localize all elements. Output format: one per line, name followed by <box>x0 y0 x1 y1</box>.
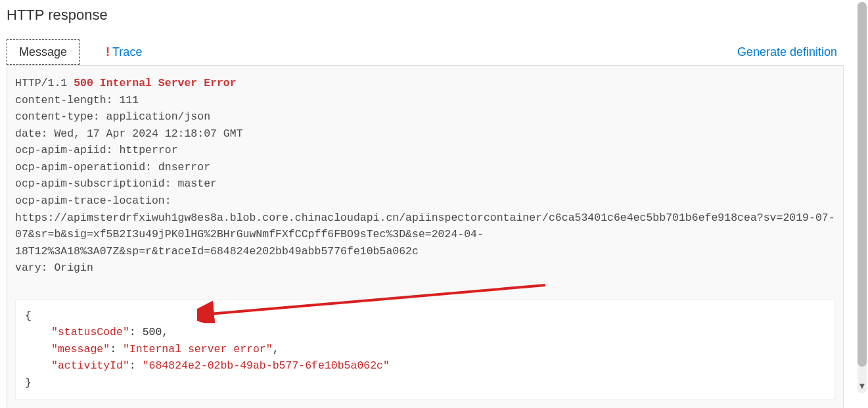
scrollbar-thumb[interactable] <box>857 2 867 367</box>
json-key-activityid: "activityId" <box>51 359 129 372</box>
tab-message-label: Message <box>19 45 67 58</box>
generate-definition-label: Generate definition <box>737 45 837 58</box>
scrollbar-down-arrow[interactable]: ▼ <box>856 380 868 390</box>
json-key-message: "message" <box>51 343 110 355</box>
json-val-statuscode: 500 <box>143 326 162 338</box>
json-val-activityid: "684824e2-02bb-49ab-b577-6fe10b5a062c" <box>143 359 390 372</box>
tabs-left: Message ! Trace <box>7 39 154 65</box>
http-status: 500 Internal Server Error <box>74 77 237 89</box>
http-status-line: HTTP/1.1 500 Internal Server Error <box>15 75 835 92</box>
header-date: date: Wed, 17 Apr 2024 12:18:07 GMT <box>15 125 835 143</box>
header-content-length: content-length: 111 <box>15 92 835 109</box>
http-protocol: HTTP/1.1 <box>15 77 74 89</box>
tab-trace[interactable]: ! Trace <box>94 40 154 64</box>
json-key-statuscode: "statusCode" <box>51 326 129 338</box>
http-response-panel: HTTP response Message ! Trace Generate d… <box>0 0 852 408</box>
header-content-type: content-type: application/json <box>15 108 835 125</box>
json-open-brace: { <box>25 309 32 322</box>
panel-title: HTTP response <box>7 7 844 24</box>
response-box: HTTP/1.1 500 Internal Server Error conte… <box>7 65 844 408</box>
http-headers: HTTP/1.1 500 Internal Server Error conte… <box>15 75 835 277</box>
header-vary: vary: Origin <box>15 260 835 277</box>
tab-trace-label: Trace <box>112 45 142 59</box>
tab-message[interactable]: Message <box>7 39 80 65</box>
header-trace-location: ocp-apim-trace-location: https://apimste… <box>15 193 835 260</box>
json-val-message: "Internal server error" <box>123 343 273 355</box>
header-apiid: ocp-apim-apiid: httperror <box>15 142 835 159</box>
tab-row: Message ! Trace Generate definition <box>7 39 844 66</box>
warning-icon: ! <box>106 45 110 59</box>
generate-definition-link[interactable]: Generate definition <box>737 45 844 59</box>
header-operationid: ocp-apim-operationid: dnserror <box>15 159 835 176</box>
header-subscriptionid: ocp-apim-subscriptionid: master <box>15 175 835 193</box>
response-body-json: { "statusCode": 500, "message": "Interna… <box>15 299 835 400</box>
json-close-brace: } <box>25 376 32 389</box>
